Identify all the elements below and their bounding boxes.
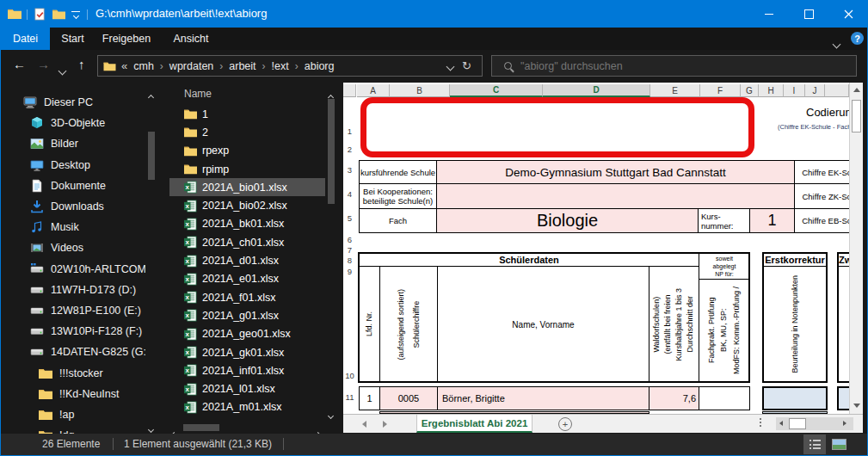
sidebar-item-videos[interactable]: Videos: [1, 237, 145, 258]
breadcrumb-item-wprdaten[interactable]: wprdaten: [165, 60, 218, 72]
file-item-2021a-e01-xlsx[interactable]: x2021A_e01.xlsx: [169, 270, 325, 288]
column-header-H[interactable]: H: [759, 84, 784, 97]
breadcrumb-collapsed[interactable]: «: [120, 59, 129, 72]
preview-hscroll-thumb[interactable]: [789, 418, 806, 429]
file-item-2021a-g01-xlsx[interactable]: x2021A_g01.xlsx: [169, 306, 325, 324]
breadcrumb-item-!ext[interactable]: !ext: [268, 60, 293, 72]
breadcrumb-separator-icon[interactable]: ›: [218, 60, 225, 72]
column-header-A[interactable]: A: [357, 84, 390, 97]
breadcrumb-item-arbeit[interactable]: arbeit: [225, 60, 260, 72]
row-header-7[interactable]: 7: [343, 245, 356, 255]
sidebar-item-downloads[interactable]: Downloads: [1, 196, 145, 217]
sheet-prev-icon[interactable]: [362, 421, 366, 428]
sidebar-item-13w10pi-f128-f-[interactable]: 13W10Pi-F128 (F:): [1, 321, 145, 342]
maximize-button[interactable]: [789, 1, 828, 28]
sidebar-scrollbar[interactable]: [145, 84, 157, 431]
new-folder-icon[interactable]: [52, 8, 65, 21]
file-item-2021a-d01-xlsx[interactable]: x2021A_d01.xlsx: [169, 251, 325, 269]
column-header-name[interactable]: Name: [169, 83, 325, 105]
file-item-2021a-bio01-xlsx[interactable]: x2021A_bio01.xlsx: [169, 178, 325, 196]
row-header-3[interactable]: 3: [343, 165, 356, 175]
sidebar-item-bilder[interactable]: Bilder: [1, 133, 145, 154]
address-bar[interactable]: « cmh›wprdaten›arbeit›!ext›abiorg ↻: [97, 55, 483, 77]
breadcrumb-item-abiorg[interactable]: abiorg: [300, 60, 339, 72]
search-box[interactable]: [491, 55, 857, 77]
address-dropdown-icon[interactable]: [447, 60, 453, 72]
filelist-scroll-thumb[interactable]: [328, 99, 335, 204]
back-icon[interactable]: ←: [13, 57, 26, 71]
file-item-2021a-ch01-xlsx[interactable]: x2021A_ch01.xlsx: [169, 233, 325, 251]
close-button[interactable]: [828, 1, 868, 28]
scroll-right-icon[interactable]: [843, 421, 846, 426]
filelist-hscrollbar[interactable]: [169, 422, 325, 434]
row-header-9[interactable]: 9: [343, 267, 356, 276]
column-header-G[interactable]: G: [741, 84, 759, 97]
ribbon-tab-start[interactable]: Start: [50, 28, 95, 50]
file-item-2021a-bk01-xlsx[interactable]: x2021A_bk01.xlsx: [169, 215, 325, 233]
row-header-2[interactable]: 2: [343, 145, 356, 154]
details-view-button[interactable]: [803, 434, 826, 454]
ribbon-tab-ansicht[interactable]: Ansicht: [157, 28, 225, 50]
sheet-tab[interactable]: Ergebnisblatt Abi 2021: [416, 415, 532, 433]
file-item-rpexp[interactable]: rpexp: [169, 142, 325, 160]
file-item-2021a-m01-xlsx[interactable]: x2021A_m01.xlsx: [169, 398, 325, 416]
column-header-C[interactable]: C: [450, 84, 543, 97]
scroll-up-icon[interactable]: [149, 88, 153, 103]
minimize-button[interactable]: [749, 1, 789, 28]
preview-hscrollbar[interactable]: [776, 417, 853, 430]
file-item-2021a-gk01-xlsx[interactable]: x2021A_gk01.xlsx: [169, 343, 325, 361]
forward-icon[interactable]: →: [37, 57, 50, 71]
column-header-F[interactable]: F: [700, 84, 741, 97]
sidebar-item-02w10h-arltcom-ss[interactable]: 02W10h-ARLTCOM-SS: [1, 259, 145, 280]
sidebar-item-3d-objekte[interactable]: 3D-Objekte: [1, 113, 145, 133]
search-input[interactable]: [519, 59, 806, 73]
sidebar-item--dg[interactable]: !dg: [1, 425, 145, 434]
row-header-10[interactable]: 10: [343, 371, 356, 380]
properties-icon[interactable]: [34, 8, 46, 21]
thumbnail-view-button[interactable]: [828, 434, 850, 454]
sidebar-item--stocker[interactable]: !!!stocker: [1, 362, 145, 383]
scroll-down-icon[interactable]: [853, 404, 860, 408]
row-header-5[interactable]: 5: [343, 213, 356, 223]
sidebar-item-11w7h-d173-d-[interactable]: 11W7H-D173 (D:): [1, 280, 145, 300]
preview-scrollbar[interactable]: [849, 83, 863, 414]
row-header-4[interactable]: 4: [343, 189, 356, 199]
sidebar-item-12w81p-e100-e-[interactable]: 12W81P-E100 (E:): [1, 300, 145, 321]
ribbon-tab-freigeben[interactable]: Freigeben: [95, 28, 157, 50]
file-item-2021a-geo01-xlsx[interactable]: x2021A_geo01.xlsx: [169, 325, 325, 343]
tabbar-overflow-dots[interactable]: [760, 418, 761, 427]
collapse-ribbon-icon[interactable]: [834, 35, 840, 51]
file-item-2021a-f01-xlsx[interactable]: x2021A_f01.xlsx: [169, 288, 325, 306]
file-item-2[interactable]: 2: [169, 123, 325, 141]
column-header-D[interactable]: D: [543, 84, 650, 97]
breadcrumb-separator-icon[interactable]: ›: [261, 60, 268, 72]
sidebar-item-dieser-pc[interactable]: Dieser PC: [1, 92, 145, 113]
scroll-down-icon[interactable]: [329, 406, 333, 422]
filelist-scrollbar[interactable]: [325, 84, 337, 416]
row-header-1[interactable]: 1: [343, 126, 356, 136]
sheet-next-icon[interactable]: [383, 421, 387, 428]
column-header-E[interactable]: E: [650, 84, 700, 97]
file-item-1[interactable]: 1: [169, 105, 325, 123]
sidebar-item--ap[interactable]: !ap: [1, 404, 145, 425]
recent-locations-icon[interactable]: [59, 62, 65, 77]
row-header-11[interactable]: 11: [343, 392, 356, 402]
refresh-icon[interactable]: ↻: [462, 59, 471, 72]
row-header-6[interactable]: 6: [343, 235, 356, 244]
scroll-left-icon[interactable]: [779, 421, 783, 426]
filelist-hscroll-thumb[interactable]: [183, 424, 219, 431]
file-item-rpimp[interactable]: rpimp: [169, 160, 325, 178]
breadcrumb-separator-icon[interactable]: ›: [158, 60, 165, 72]
up-icon[interactable]: ↑: [78, 57, 85, 71]
column-header-I[interactable]: I: [784, 84, 805, 97]
scroll-up-icon[interactable]: [853, 88, 860, 92]
sidebar-scroll-thumb[interactable]: [148, 132, 155, 180]
qat-dropdown-icon[interactable]: [71, 11, 80, 18]
ribbon-tab-datei[interactable]: Datei: [1, 28, 50, 50]
help-button[interactable]: ?: [851, 32, 864, 45]
sidebar-item--kd-neuinst[interactable]: !!Kd-NeuInst: [1, 384, 145, 404]
sidebar-item-musik[interactable]: Musik: [1, 217, 145, 237]
preview-scroll-thumb[interactable]: [852, 100, 861, 132]
file-item-2021a-inf01-xlsx[interactable]: x2021A_inf01.xlsx: [169, 361, 325, 379]
breadcrumb-item-cmh[interactable]: cmh: [129, 60, 158, 72]
